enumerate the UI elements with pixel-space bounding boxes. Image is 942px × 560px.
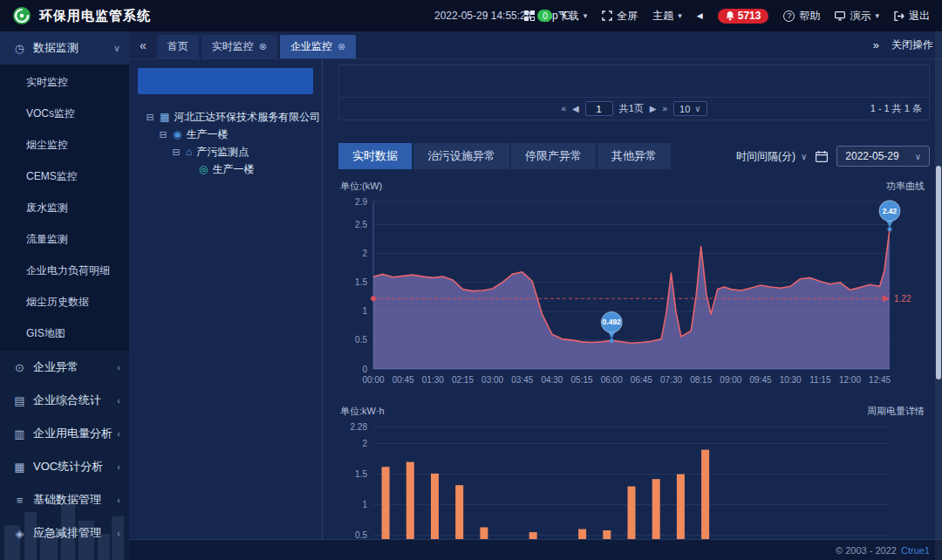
device-icon: ◎ xyxy=(199,163,208,175)
sidebar-section-7[interactable]: ◈应急减排管理‹ xyxy=(0,516,129,550)
chevron-left-icon: ‹ xyxy=(117,362,120,372)
tree-node-1[interactable]: ⊟▦河北正达环保技术服务有限公司 xyxy=(145,108,322,126)
svg-text:07:30: 07:30 xyxy=(660,375,682,385)
tabs-scroll-right-icon[interactable]: » xyxy=(873,38,879,51)
data-panel-bar: 实时数据治污设施异常停限产异常其他异常 时间间隔(分) ∨ 2022-05-29… xyxy=(338,143,930,169)
tree-node-label: 产污监测点 xyxy=(196,145,249,160)
sidebar-item[interactable]: 实时监控 xyxy=(0,66,129,98)
logout-button[interactable]: 退出 xyxy=(894,9,930,24)
sidebar-item[interactable]: VOCs监控 xyxy=(0,98,129,129)
header-datetime: 2022-05-29 14:55:24 xyxy=(434,10,531,22)
open-tab-2[interactable]: 实时监控⊗ xyxy=(201,35,277,58)
data-tabs: 实时数据治污设施异常停限产异常其他异常 xyxy=(338,143,671,169)
close-tab-icon[interactable]: ⊗ xyxy=(338,41,345,52)
sidebar-item[interactable]: 废水监测 xyxy=(0,192,129,223)
svg-text:2.5: 2.5 xyxy=(355,220,367,229)
pager-range-info: 1 - 1 共 1 条 xyxy=(870,102,922,115)
building-icon: ◉ xyxy=(173,128,181,140)
fullscreen-button[interactable]: 全屏 xyxy=(602,9,638,24)
sidebar-submenu: 实时监控VOCs监控烟尘监控CEMS监控废水监测流量监测企业电力负荷明细烟尘历史… xyxy=(0,65,129,351)
chevron-left-icon: ‹ xyxy=(117,528,120,538)
fullscreen-icon xyxy=(602,10,612,21)
tree-collapse-icon[interactable]: ⊟ xyxy=(171,147,181,158)
open-tabs: 首页实时监控⊗企业监控⊗ xyxy=(157,35,356,58)
caret-down-icon: ▾ xyxy=(584,11,588,20)
close-tab-icon[interactable]: ⊗ xyxy=(259,41,267,52)
sidebar-item[interactable]: 烟尘监控 xyxy=(0,129,129,160)
tab-label: 首页 xyxy=(167,39,188,54)
brand-link[interactable]: Ctrue1 xyxy=(901,545,930,556)
svg-text:2: 2 xyxy=(362,439,367,448)
sidebar-item[interactable]: GIS地图 xyxy=(0,318,129,349)
panel-tab-2[interactable]: 治污设施异常 xyxy=(413,143,509,169)
help-icon: ? xyxy=(783,10,795,22)
sidebar-section-label: 企业异常 xyxy=(33,359,78,375)
svg-text:0.492: 0.492 xyxy=(603,318,622,326)
sidebar-item[interactable]: 流量监测 xyxy=(0,223,129,255)
logout-icon xyxy=(894,11,904,21)
tree-collapse-icon[interactable]: ⊟ xyxy=(158,129,168,140)
svg-text:1.5: 1.5 xyxy=(355,277,367,287)
next-page-button[interactable]: ▶ xyxy=(650,104,657,113)
help-button[interactable]: ? 帮助 xyxy=(783,9,820,24)
tabs-scroll-left-icon[interactable]: « xyxy=(138,38,148,52)
sidebar-section-5[interactable]: ▦VOC统计分析‹ xyxy=(0,450,129,483)
svg-text:1.22: 1.22 xyxy=(894,294,911,304)
caret-down-icon: ∨ xyxy=(915,152,921,161)
tree-selected-block[interactable] xyxy=(138,68,313,94)
panel-tab-3[interactable]: 停限产异常 xyxy=(511,143,596,169)
sidebar-item[interactable]: CEMS监控 xyxy=(0,160,129,192)
energy-unit-label: 单位:kW·h xyxy=(340,405,385,418)
panel-tab-1[interactable]: 实时数据 xyxy=(338,143,412,169)
power-chart-title: 功率曲线 xyxy=(886,180,925,193)
interval-select[interactable]: 时间间隔(分) ∨ xyxy=(736,149,807,164)
temperature-badge: 0 xyxy=(537,10,552,22)
alarm-count-badge[interactable]: 5713 xyxy=(718,9,769,24)
tree-node-label: 生产一楼 xyxy=(186,127,228,142)
svg-text:00:45: 00:45 xyxy=(392,375,414,385)
demo-button[interactable]: 演示 ▾ xyxy=(835,9,879,24)
calendar-icon: ▦ xyxy=(12,461,27,474)
sidebar-section-3[interactable]: ▤企业综合统计‹ xyxy=(0,384,129,417)
alarm-table: « ◀ 1 共1页 ▶ » 10 ∨ 1 - 1 共 1 条 xyxy=(338,65,930,120)
energy-chart-header: 单位:kW·h 周期电量详情 xyxy=(338,405,930,420)
chevron-left-icon: ‹ xyxy=(117,461,120,472)
panel-tab-4[interactable]: 其他异常 xyxy=(597,143,671,169)
tab-label: 企业监控 xyxy=(290,39,332,54)
prev-page-button[interactable]: ◀ xyxy=(572,104,579,113)
page-size-select[interactable]: 10 ∨ xyxy=(673,101,707,116)
caret-down-icon: ∨ xyxy=(801,152,807,161)
sidebar-section-6[interactable]: ≡基础数据管理‹ xyxy=(0,483,129,516)
svg-text:03:00: 03:00 xyxy=(481,375,503,385)
last-page-button[interactable]: » xyxy=(662,104,667,113)
open-tab-1[interactable]: 首页 xyxy=(157,35,199,58)
tree-node-4[interactable]: ◎生产一楼 xyxy=(145,160,322,178)
close-operations-button[interactable]: 关闭操作 xyxy=(891,38,933,52)
enterprise-tree: ⊟▦河北正达环保技术服务有限公司⊟◉生产一楼⊟⌂产污监测点◎生产一楼 xyxy=(129,108,322,178)
tree-node-2[interactable]: ⊟◉生产一楼 xyxy=(145,126,322,143)
svg-text:12:00: 12:00 xyxy=(839,375,861,385)
date-picker[interactable]: 2022-05-29 ∨ xyxy=(836,146,930,167)
sidebar-section-2[interactable]: ⊙企业异常‹ xyxy=(0,351,129,384)
sidebar-section-4[interactable]: ▥企业用电量分析‹ xyxy=(0,417,129,450)
theme-button[interactable]: 主题 ▾ xyxy=(652,9,682,24)
monitor-icon xyxy=(835,11,845,21)
sidebar-nav: ◷数据监测∨实时监控VOCs监控烟尘监控CEMS监控废水监测流量监测企业电力负荷… xyxy=(0,31,129,560)
page-title: 环保用电监管系统 xyxy=(39,8,151,24)
svg-text:03:45: 03:45 xyxy=(511,375,533,385)
database-icon: ≡ xyxy=(12,494,27,507)
open-tab-3[interactable]: 企业监控⊗ xyxy=(280,35,356,58)
header-actions: App下载 ▾ 全屏 主题 ▾ ◀ 5713 ? 帮助 演示 ▾ 退出 xyxy=(524,9,930,24)
sidebar-item[interactable]: 企业电力负荷明细 xyxy=(0,255,129,286)
tree-collapse-icon[interactable]: ⊟ xyxy=(145,112,155,123)
calendar-icon[interactable] xyxy=(816,151,828,162)
sidebar-section-1[interactable]: ◷数据监测∨ xyxy=(0,31,129,65)
tree-node-3[interactable]: ⊟⌂产污监测点 xyxy=(145,143,322,160)
left-arrow-icon: ◀ xyxy=(697,11,703,20)
scroll-left-button[interactable]: ◀ xyxy=(697,11,703,20)
page-number-input[interactable]: 1 xyxy=(585,101,613,116)
svg-text:06:00: 06:00 xyxy=(601,375,623,385)
sidebar-item[interactable]: 烟尘历史数据 xyxy=(0,286,129,318)
scrollbar-thumb[interactable] xyxy=(936,166,941,379)
first-page-button[interactable]: « xyxy=(561,104,566,113)
